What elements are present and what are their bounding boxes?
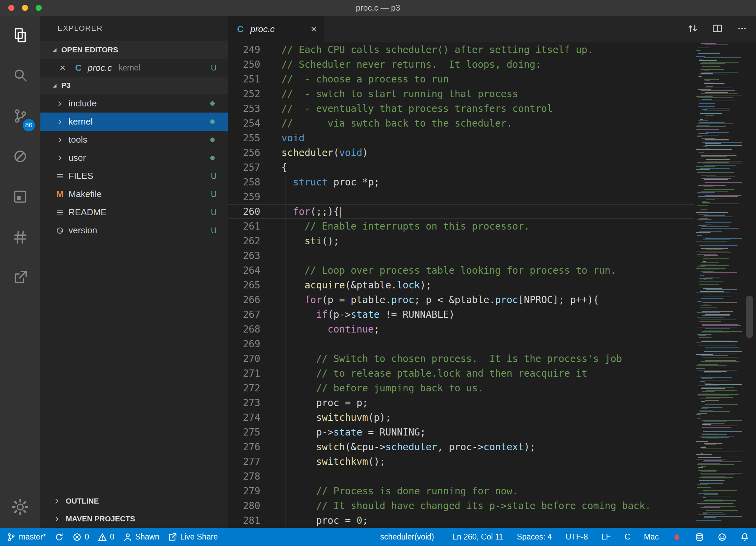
- live-share-user-status[interactable]: Shawn: [123, 532, 159, 542]
- open-editor-item[interactable]: × C proc.c kernel U: [40, 59, 228, 77]
- code-text: // - choose a process to run: [260, 72, 694, 87]
- scrollbar-thumb[interactable]: [746, 296, 753, 338]
- code-line[interactable]: 276 swtch(&cpu->scheduler, proc->context…: [228, 440, 694, 454]
- open-changes-icon[interactable]: [687, 23, 698, 36]
- line-number: 249: [228, 42, 260, 57]
- code-line[interactable]: 266 for(p = ptable.proc; p < &ptable.pro…: [228, 292, 694, 307]
- open-editors-header[interactable]: OPEN EDITORS: [40, 41, 228, 59]
- code-line[interactable]: 253// - eventually that process transfer…: [228, 101, 694, 116]
- indentation-status[interactable]: Spaces: 4: [517, 532, 552, 542]
- extension-activity-button[interactable]: [0, 177, 40, 218]
- code-text: // via swtch back to the scheduler.: [260, 116, 694, 131]
- tab-proc-c[interactable]: C proc.c ×: [228, 16, 324, 42]
- tree-item-kernel[interactable]: kernel: [40, 113, 228, 131]
- code-line[interactable]: 261 // Enable interrupts on this process…: [228, 219, 694, 234]
- share-icon: [12, 270, 28, 287]
- twistie-expanded-icon: [53, 84, 56, 88]
- code-line[interactable]: 267 if(p->state != RUNNABLE): [228, 307, 694, 322]
- code-line[interactable]: 252// - swtch to start running that proc…: [228, 87, 694, 101]
- database-extension-status[interactable]: [695, 533, 704, 542]
- tree-item-user[interactable]: user: [40, 149, 228, 167]
- tree-item-tools[interactable]: tools: [40, 131, 228, 149]
- tree-item-version[interactable]: versionU: [40, 221, 228, 239]
- host-status[interactable]: Mac: [644, 532, 659, 542]
- code-line[interactable]: 273 proc = p;: [228, 395, 694, 410]
- notifications-status[interactable]: [740, 533, 749, 542]
- settings-activity-button[interactable]: [0, 488, 40, 528]
- code-line[interactable]: 256scheduler(void): [228, 145, 694, 160]
- flame-icon: [672, 533, 681, 542]
- tree-item-include[interactable]: include: [40, 94, 228, 113]
- code-line[interactable]: 260 for(;;){: [228, 204, 694, 219]
- minimize-window-button[interactable]: [22, 5, 28, 11]
- code-line[interactable]: 259: [228, 190, 694, 204]
- code-line[interactable]: 250// Scheduler never returns. It loops,…: [228, 57, 694, 72]
- code-line[interactable]: 265 acquire(&ptable.lock);: [228, 278, 694, 292]
- code-line[interactable]: 280 // It should have changed its p->sta…: [228, 498, 694, 513]
- code-line[interactable]: 258 struct proc *p;: [228, 175, 694, 190]
- close-window-button[interactable]: [8, 5, 14, 11]
- code-line[interactable]: 254// via swtch back to the scheduler.: [228, 116, 694, 131]
- code-line[interactable]: 270 // Switch to chosen process. It is t…: [228, 351, 694, 366]
- language-mode-status[interactable]: C: [625, 532, 630, 542]
- code-line[interactable]: 251// - choose a process to run: [228, 72, 694, 87]
- share-activity-button[interactable]: [0, 258, 40, 298]
- more-actions-icon[interactable]: [736, 23, 748, 36]
- code-line[interactable]: 281 proc = 0;: [228, 513, 694, 528]
- explorer-activity-button[interactable]: [0, 16, 40, 56]
- feedback-status[interactable]: [718, 533, 727, 542]
- vertical-scrollbar[interactable]: [742, 42, 756, 528]
- code-line[interactable]: 269: [228, 337, 694, 351]
- branch-name: master*: [19, 532, 46, 542]
- debug-activity-button[interactable]: [0, 137, 40, 177]
- current-symbol-status[interactable]: scheduler(void): [380, 532, 434, 542]
- minimap[interactable]: [694, 42, 742, 528]
- code-line[interactable]: 272 // before jumping back to us.: [228, 381, 694, 395]
- line-number: 279: [228, 484, 260, 498]
- line-number: 257: [228, 160, 260, 175]
- code-line[interactable]: 279 // Process is done running for now.: [228, 484, 694, 498]
- code-line[interactable]: 278: [228, 469, 694, 484]
- code-editor[interactable]: 249// Each CPU calls scheduler() after s…: [228, 42, 756, 528]
- line-number: 264: [228, 263, 260, 278]
- files-icon: [12, 27, 28, 44]
- code-line[interactable]: 257{: [228, 160, 694, 175]
- close-editor-icon[interactable]: ×: [60, 63, 69, 73]
- outline-section-header[interactable]: OUTLINE: [40, 492, 228, 510]
- line-number: 255: [228, 131, 260, 145]
- tree-item-files[interactable]: FILESU: [40, 167, 228, 185]
- code-line[interactable]: 262 sti();: [228, 234, 694, 248]
- maven-projects-section-header[interactable]: MAVEN PROJECTS: [40, 510, 228, 528]
- encoding-status[interactable]: UTF-8: [566, 532, 588, 542]
- code-line[interactable]: 275 p->state = RUNNING;: [228, 425, 694, 440]
- project-section-header[interactable]: P3: [40, 77, 228, 94]
- source-control-activity-button[interactable]: 86: [0, 96, 40, 137]
- code-line[interactable]: 268 continue;: [228, 322, 694, 337]
- git-branch-status[interactable]: master*: [7, 532, 46, 542]
- code-line[interactable]: 263: [228, 248, 694, 263]
- split-editor-icon[interactable]: [711, 23, 723, 36]
- zoom-window-button[interactable]: [36, 5, 42, 11]
- modified-dot-badge: [210, 156, 215, 160]
- cursor-position-status[interactable]: Ln 260, Col 11: [453, 532, 503, 542]
- warnings-status[interactable]: 0: [98, 532, 114, 542]
- line-number: 251: [228, 72, 260, 87]
- flame-extension-status[interactable]: [672, 533, 681, 542]
- code-line[interactable]: 249// Each CPU calls scheduler() after s…: [228, 42, 694, 57]
- tree-item-readme[interactable]: READMEU: [40, 203, 228, 221]
- line-number: 256: [228, 145, 260, 160]
- sidebar-title: EXPLORER: [40, 16, 228, 41]
- errors-status[interactable]: 0: [73, 532, 89, 542]
- code-line[interactable]: 274 switchuvm(p);: [228, 410, 694, 425]
- code-line[interactable]: 271 // to release ptable.lock and then r…: [228, 366, 694, 381]
- code-line[interactable]: 277 switchkvm();: [228, 454, 694, 469]
- hash-activity-button[interactable]: [0, 218, 40, 258]
- search-activity-button[interactable]: [0, 56, 40, 96]
- code-line[interactable]: 264 // Loop over process table looking f…: [228, 263, 694, 278]
- code-line[interactable]: 255void: [228, 131, 694, 145]
- live-share-status[interactable]: Live Share: [168, 532, 218, 542]
- close-tab-icon[interactable]: ×: [311, 24, 317, 34]
- sync-status[interactable]: [55, 533, 64, 542]
- eol-status[interactable]: LF: [602, 532, 611, 542]
- tree-item-makefile[interactable]: MMakefileU: [40, 185, 228, 203]
